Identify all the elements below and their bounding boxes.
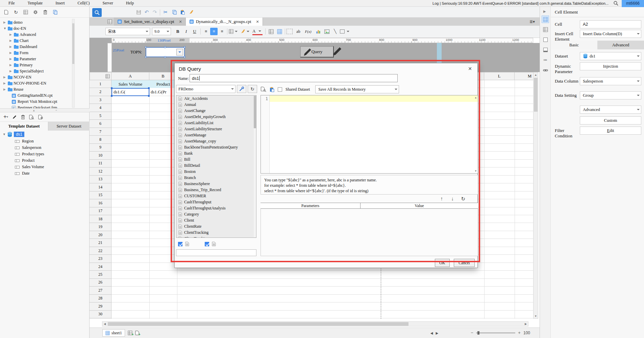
selection-handle[interactable] xyxy=(164,56,166,58)
expand-arrow-icon[interactable] xyxy=(9,45,14,48)
table-list-item[interactable]: AssetLiabilityStructure xyxy=(176,126,256,132)
hyperlink-icon[interactable] xyxy=(542,66,549,74)
selection-handle[interactable] xyxy=(145,46,147,48)
file-tree-item[interactable]: Advanced xyxy=(0,31,90,38)
table-list-item[interactable]: AssetManage_copy xyxy=(176,138,256,144)
database-connection-select[interactable]: FRDemo xyxy=(176,85,236,93)
custom-button[interactable]: Custom xyxy=(580,116,641,125)
expand-arrow-icon[interactable] xyxy=(9,39,14,42)
float-element-icon[interactable] xyxy=(542,36,549,43)
user-account-badge[interactable]: mt6666 xyxy=(622,0,644,7)
dataset-field-item[interactable]: Salesperson xyxy=(0,144,90,151)
row-header[interactable]: 4 xyxy=(90,104,111,112)
table-list-item[interactable]: CashThroughputAnalysis xyxy=(176,205,256,211)
add-form-sheet-button[interactable]: + xyxy=(135,331,139,335)
selection-handle[interactable] xyxy=(184,56,185,58)
table-list-item[interactable]: Air_Accidents xyxy=(176,95,256,102)
table-list-item[interactable]: BusinessSphere xyxy=(176,181,256,187)
select-all-corner[interactable] xyxy=(90,72,112,80)
document-tab[interactable]: Set_button_ver...t_display.cpt ✕ xyxy=(114,18,186,26)
expand-arrow-icon[interactable] xyxy=(9,33,14,36)
refresh-parameters-icon[interactable]: ↻ xyxy=(461,196,465,202)
font-family-select[interactable]: 宋体 xyxy=(105,28,150,35)
insert-chart-button[interactable] xyxy=(315,28,322,35)
view-switch-button[interactable] xyxy=(92,8,102,17)
redo-icon[interactable]: ↷ xyxy=(151,8,158,16)
parameters-table-body[interactable] xyxy=(261,209,478,256)
table-list-item[interactable]: Annual xyxy=(176,102,256,108)
table-list-item[interactable]: Bank xyxy=(176,150,256,156)
align-center-button[interactable]: ≡ xyxy=(210,28,218,35)
open-template-button[interactable] xyxy=(22,9,29,16)
dataset-config-button[interactable] xyxy=(38,114,43,119)
expand-arrow-icon[interactable] xyxy=(9,51,14,54)
copy-file-button[interactable] xyxy=(52,9,58,16)
row-header[interactable]: 5 xyxy=(90,112,111,120)
dataset-node-ds1[interactable]: ▼ ds1 xyxy=(0,131,90,138)
splitter-collapse-icon[interactable]: ▲ xyxy=(32,109,35,112)
row-header[interactable]: 27 xyxy=(90,287,111,294)
edit-dataset-button[interactable] xyxy=(12,115,17,119)
delete-dataset-button[interactable] xyxy=(21,115,25,119)
refresh-tables-button[interactable]: ↻ xyxy=(248,85,257,93)
paste-icon[interactable] xyxy=(179,8,186,16)
dataset-field-item[interactable]: Date xyxy=(0,170,90,177)
row-header[interactable]: 16 xyxy=(90,199,111,207)
sql-line[interactable] xyxy=(270,95,478,102)
merge-cells-button[interactable] xyxy=(267,28,275,35)
file-tree-item[interactable]: Beginner Quickstart.frm xyxy=(0,105,90,108)
move-up-icon[interactable]: ↑ xyxy=(441,196,443,202)
panel-tab[interactable]: Basic xyxy=(551,41,597,49)
row-header[interactable]: 25 xyxy=(90,271,111,278)
dataset-field-item[interactable]: Product types xyxy=(0,151,90,157)
dataset-field-item[interactable]: Region xyxy=(0,138,90,144)
table-list-item[interactable]: Branch xyxy=(176,175,256,181)
scroll-right-icon[interactable]: ▶ xyxy=(523,322,528,326)
table-list-item[interactable]: AssetLiabilityList xyxy=(176,120,256,126)
table-list-item[interactable]: Boston xyxy=(176,168,256,175)
table-list-item[interactable]: AssetDebt_equityGrowth xyxy=(176,114,256,120)
sql-editor[interactable]: 1 ▲ ▼ xyxy=(261,95,478,174)
row-header[interactable]: 21 xyxy=(90,239,111,247)
expand-arrow-icon[interactable] xyxy=(3,27,7,30)
fill-color-button[interactable] xyxy=(241,28,251,35)
insert-slash-button[interactable]: ╲ xyxy=(331,28,339,35)
cell-B2[interactable]: ds1.G(Pr xyxy=(149,88,177,96)
align-left-button[interactable]: ≡ xyxy=(202,28,209,35)
insert-image-button[interactable] xyxy=(323,28,330,35)
row-header[interactable]: 11 xyxy=(90,160,111,167)
scrollbar-thumb[interactable] xyxy=(72,23,74,64)
format-painter-icon[interactable] xyxy=(188,8,195,16)
save-button[interactable] xyxy=(135,8,142,16)
selection-handle[interactable] xyxy=(111,87,113,89)
file-tree-item[interactable]: Dashboard xyxy=(0,44,90,50)
table-search-input[interactable] xyxy=(176,249,256,256)
row-header[interactable]: 17 xyxy=(90,207,111,215)
next-sheet-icon[interactable]: ▶ xyxy=(436,331,438,335)
template-settings-button[interactable] xyxy=(32,9,39,16)
row-header[interactable]: 12 xyxy=(90,167,111,175)
scrollbar-thumb[interactable] xyxy=(534,78,538,112)
scroll-up-icon[interactable]: ▲ xyxy=(534,72,538,77)
unmerge-cells-button[interactable] xyxy=(276,28,283,35)
connection-config-button[interactable] xyxy=(237,85,246,93)
table-list-item[interactable]: ClientTracking xyxy=(176,229,256,235)
zoom-in-icon[interactable]: + xyxy=(518,330,521,336)
row-header[interactable]: 19 xyxy=(90,223,111,231)
search-icon[interactable] xyxy=(613,1,618,6)
selection-handle[interactable] xyxy=(145,56,147,58)
file-tree-item[interactable]: NCOV-PHONE-EN xyxy=(0,80,90,86)
file-tree-item[interactable]: SpecialSubject xyxy=(0,68,90,74)
scrollbar-thumb[interactable] xyxy=(108,322,408,326)
row-header[interactable]: 28 xyxy=(90,295,111,302)
selection-handle[interactable] xyxy=(148,95,150,97)
menu-item[interactable]: Cell(C) xyxy=(77,1,90,6)
table-list-item[interactable]: AssetManage xyxy=(176,132,256,138)
preview-query-button[interactable] xyxy=(261,87,266,92)
cell-attributes-icon[interactable] xyxy=(542,26,549,33)
file-tree-item[interactable]: Reuse xyxy=(0,86,90,92)
table-list-item[interactable]: Business_Trip_Record xyxy=(176,187,256,193)
file-tree-item[interactable]: Form xyxy=(0,50,90,56)
refresh-tree-button[interactable]: ↻ xyxy=(13,9,19,16)
zoom-slider-thumb[interactable] xyxy=(477,331,479,335)
